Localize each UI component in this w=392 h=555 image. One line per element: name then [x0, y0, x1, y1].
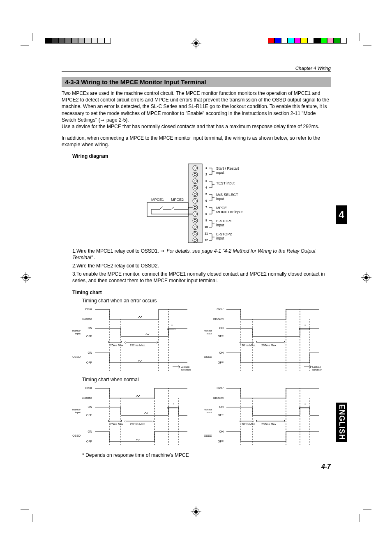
svg-point-31	[193, 238, 198, 243]
svg-point-11	[193, 172, 198, 177]
timing-sub-1: Timing chart when an error occurs	[82, 298, 331, 304]
svg-text:*: *	[171, 324, 173, 327]
svg-text:Lockout: Lockout	[312, 366, 321, 368]
svg-text:OSSD: OSSD	[204, 355, 212, 358]
svg-text:input: input	[75, 332, 81, 335]
svg-point-23	[193, 212, 198, 216]
registration-mark-icon	[361, 272, 371, 283]
svg-text:292ms Max.: 292ms Max.	[130, 423, 145, 426]
svg-text:input: input	[216, 170, 224, 175]
wiring-diagram: 12 34 56 78 910 1112 Start / Restartinpu…	[62, 161, 331, 244]
svg-text:input: input	[216, 197, 224, 201]
svg-text:M/S SELECT: M/S SELECT	[216, 193, 238, 197]
color-bar	[268, 38, 347, 44]
terminal-label: Start / Restart	[216, 166, 239, 170]
svg-text:condition: condition	[312, 368, 322, 371]
svg-text:Blocked: Blocked	[82, 318, 92, 320]
steps-list: 1.Wire the MPCE1 relay coil to OSSD1. Fo…	[72, 248, 331, 284]
crop-mark-icon	[21, 33, 37, 49]
crop-mark-icon	[355, 506, 371, 522]
svg-text:2: 2	[205, 173, 207, 176]
svg-text:ON: ON	[219, 430, 224, 433]
english-tab: ENGLISH	[336, 403, 347, 442]
svg-text:E-STOP2: E-STOP2	[216, 232, 232, 236]
svg-text:292ms Max.: 292ms Max.	[130, 344, 145, 347]
paragraph: Two MPCEs are used in the machine contro…	[62, 90, 331, 130]
reference-icon	[100, 118, 105, 122]
svg-text:6: 6	[205, 199, 207, 202]
svg-text:OFF: OFF	[86, 414, 92, 417]
svg-text:OFF: OFF	[86, 440, 92, 443]
svg-text:20ms Max.: 20ms Max.	[242, 344, 256, 347]
svg-text:ON: ON	[88, 405, 92, 408]
svg-text:20ms Max.: 20ms Max.	[110, 344, 124, 347]
crop-mark-icon	[21, 506, 37, 522]
page-content: Chapter 4 Wiring 4-3-3 Wiring to the MPC…	[62, 66, 331, 458]
svg-text:292ms Max.: 292ms Max.	[261, 423, 277, 426]
svg-text:12: 12	[205, 239, 208, 242]
svg-text:Clear: Clear	[217, 308, 224, 311]
svg-text:ON: ON	[219, 351, 224, 354]
section-title: 4-3-3 Wiring to the MPCE Monitor Input T…	[62, 77, 331, 87]
chapter-header: Chapter 4 Wiring	[62, 66, 331, 71]
svg-text:*: *	[304, 403, 306, 406]
svg-text:Lockout: Lockout	[181, 366, 189, 368]
svg-text:MPCE monitor: MPCE monitor	[72, 329, 81, 332]
svg-text:OFF: OFF	[86, 335, 92, 338]
svg-text:OFF: OFF	[218, 361, 224, 364]
svg-text:OSSD: OSSD	[72, 434, 81, 437]
registration-mark-icon	[191, 507, 201, 517]
svg-text:20ms Max.: 20ms Max.	[110, 423, 124, 426]
svg-text:E-STOP1: E-STOP1	[216, 219, 232, 223]
svg-point-21	[193, 205, 198, 210]
svg-text:ON: ON	[88, 327, 92, 329]
svg-text:Blocked: Blocked	[82, 396, 92, 399]
svg-text:8: 8	[205, 212, 207, 215]
svg-text:input: input	[216, 236, 224, 240]
svg-text:Clear: Clear	[217, 387, 224, 389]
svg-text:4: 4	[205, 186, 207, 189]
svg-text:OSSD: OSSD	[204, 434, 212, 437]
registration-mark-icon	[21, 272, 31, 283]
svg-text:20ms Max.: 20ms Max.	[242, 423, 256, 426]
svg-text:MONITOR input: MONITOR input	[216, 210, 243, 214]
svg-point-19	[193, 198, 198, 203]
svg-text:1: 1	[205, 166, 207, 169]
reference-icon	[160, 249, 165, 253]
svg-text:*: *	[173, 403, 174, 406]
chapter-tab: 4	[336, 205, 347, 224]
timing-charts-error: Clear Blocked ON MPCE monitor input OFF …	[72, 305, 331, 375]
svg-text:*: *	[304, 324, 306, 327]
svg-text:MPCE monitor: MPCE monitor	[72, 408, 81, 411]
svg-text:TEST input: TEST input	[216, 181, 235, 185]
svg-text:MPCE: MPCE	[216, 206, 227, 210]
svg-text:OFF: OFF	[218, 440, 224, 443]
svg-text:OSSD: OSSD	[72, 355, 81, 358]
svg-text:292ms Max.: 292ms Max.	[261, 344, 277, 347]
svg-point-15	[193, 185, 198, 190]
svg-point-17	[193, 192, 198, 197]
svg-text:input: input	[207, 411, 212, 414]
svg-text:9: 9	[205, 219, 207, 222]
svg-text:7: 7	[205, 206, 207, 209]
svg-text:MPCE2: MPCE2	[171, 198, 184, 202]
svg-text:MPCE monitor: MPCE monitor	[204, 329, 212, 332]
registration-mark-icon	[191, 38, 201, 48]
svg-text:3: 3	[205, 180, 207, 182]
svg-text:5: 5	[205, 193, 207, 196]
wiring-diagram-heading: Wiring diagram	[72, 153, 331, 159]
paragraph: In addition, when connecting a MPCE to t…	[62, 135, 331, 148]
svg-text:input: input	[207, 332, 212, 335]
svg-text:MPCE monitor: MPCE monitor	[204, 408, 212, 411]
svg-point-9	[193, 166, 198, 170]
svg-text:OFF: OFF	[218, 335, 224, 338]
svg-text:Blocked: Blocked	[213, 396, 224, 399]
svg-text:11: 11	[205, 232, 208, 235]
svg-text:ON: ON	[219, 405, 224, 408]
svg-text:ON: ON	[88, 351, 92, 354]
svg-text:Blocked: Blocked	[213, 318, 224, 320]
svg-text:input: input	[75, 411, 81, 414]
svg-text:Clear: Clear	[85, 308, 92, 311]
svg-text:Clear: Clear	[85, 387, 92, 389]
svg-text:OFF: OFF	[86, 361, 92, 364]
